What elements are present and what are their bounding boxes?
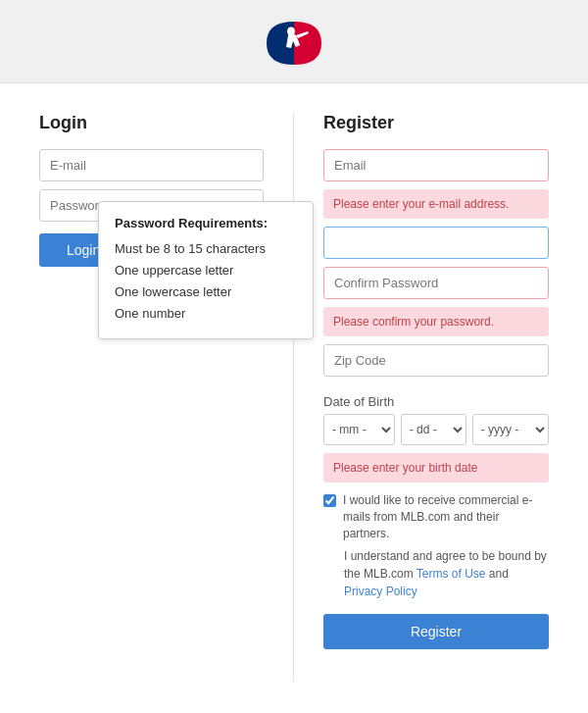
dob-day-select[interactable]: - dd - 01020304 05060708 09101112 131415…: [401, 414, 466, 445]
mlb-logo: [259, 18, 329, 69]
main-content: Login Login Password Requirements: Must …: [0, 83, 588, 713]
dob-error-message: Please enter your birth date: [323, 453, 549, 483]
commercial-email-checkbox[interactable]: [323, 494, 336, 507]
dob-year-select[interactable]: - yyyy -: [472, 414, 549, 445]
dob-month-select[interactable]: - mm - 010203 040506 070809 101112: [323, 414, 395, 445]
tooltip-list: Must be 8 to 15 characters One uppercase…: [115, 238, 297, 325]
tooltip-item-1: Must be 8 to 15 characters: [115, 238, 297, 260]
tooltip-item-4: One number: [115, 303, 297, 325]
login-email-input[interactable]: [39, 149, 264, 181]
register-section: Register Please enter your e-mail addres…: [294, 113, 549, 682]
tooltip-item-2: One uppercase letter: [115, 260, 297, 281]
terms-text: I understand and agree to be bound by th…: [323, 547, 549, 600]
tooltip-item-3: One lowercase letter: [115, 281, 297, 303]
login-title: Login: [39, 113, 264, 133]
header: [0, 0, 588, 83]
password-requirements-tooltip: Password Requirements: Must be 8 to 15 c…: [98, 201, 314, 339]
commercial-email-row: I would like to receive commercial e-mai…: [323, 492, 549, 541]
register-button[interactable]: Register: [323, 614, 549, 649]
privacy-policy-link[interactable]: Privacy Policy: [344, 585, 417, 598]
login-section: Login Login Password Requirements: Must …: [39, 113, 294, 682]
email-error-message: Please enter your e-mail address.: [323, 189, 549, 219]
dob-row: - mm - 010203 040506 070809 101112 - dd …: [323, 414, 549, 445]
confirm-password-error-message: Please confirm your password.: [323, 307, 549, 336]
dob-label: Date of Birth: [323, 394, 549, 409]
register-email-input[interactable]: [323, 149, 549, 181]
register-zip-input[interactable]: [323, 344, 549, 377]
tooltip-title: Password Requirements:: [115, 216, 297, 230]
terms-of-use-link[interactable]: Terms of Use: [416, 567, 486, 581]
register-password-input[interactable]: [323, 227, 549, 259]
commercial-email-label[interactable]: I would like to receive commercial e-mai…: [343, 492, 549, 541]
register-confirm-password-input[interactable]: [323, 267, 549, 299]
register-title: Register: [323, 113, 549, 133]
terms-and: and: [486, 567, 509, 581]
